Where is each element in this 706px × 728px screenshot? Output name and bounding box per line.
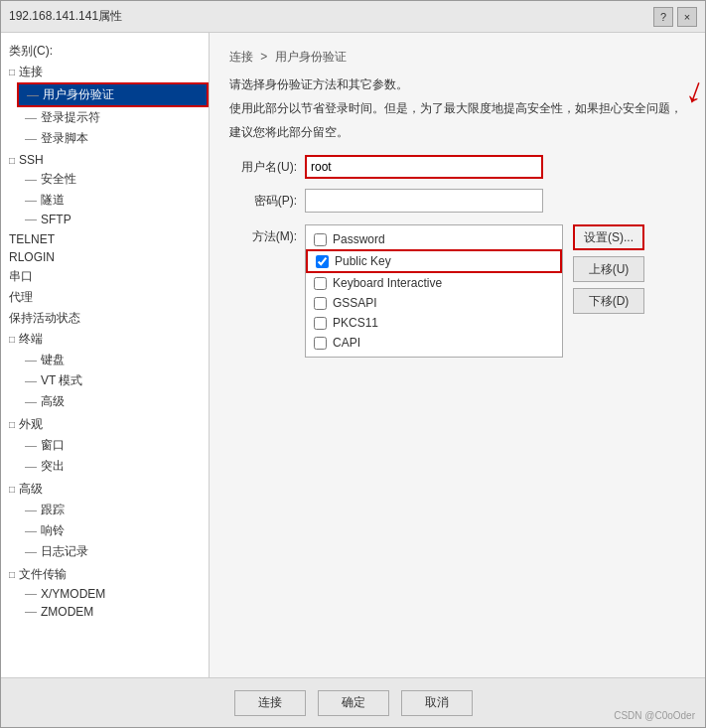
tree-terminal: □ 终端 — 键盘 — VT 模式 — 高级 [1, 329, 209, 412]
telnet-label: TELNET [9, 232, 55, 246]
username-input[interactable] [305, 155, 543, 179]
xymodem-label: X/YMODEM [41, 587, 105, 601]
appearance-children: — 窗口 — 突出 [1, 435, 209, 477]
title-bar: 192.168.141.141属性 ? × [1, 1, 705, 33]
sidebar-item-telnet[interactable]: TELNET [1, 230, 209, 248]
method-pkcs11-label: PKCS11 [333, 316, 378, 330]
sidebar-item-window[interactable]: — 窗口 [17, 435, 209, 456]
bell-label: 响铃 [41, 522, 65, 539]
sidebar-item-keyboard[interactable]: — 键盘 [17, 350, 209, 370]
close-button[interactable]: × [677, 7, 697, 27]
sidebar-item-log[interactable]: — 日志记录 [17, 541, 209, 562]
sidebar-item-ssh[interactable]: □ SSH [1, 151, 209, 169]
password-label: 密码(P): [229, 193, 297, 210]
connect-button[interactable]: 连接 [234, 690, 306, 716]
tree-ssh: □ SSH — 安全性 — 隧道 — SFTP [1, 151, 209, 228]
sidebar-item-login-prompt[interactable]: — 登录提示符 [17, 107, 209, 128]
help-button[interactable]: ? [653, 7, 673, 27]
security-label: 安全性 [41, 171, 76, 188]
sidebar-item-vt-mode[interactable]: — VT 模式 [17, 370, 209, 391]
keyboard-label: 键盘 [41, 352, 65, 368]
title-bar-left: 192.168.141.141属性 [9, 8, 122, 25]
description1: 请选择身份验证方法和其它参数。 [229, 75, 685, 93]
user-auth-label: 用户身份验证 [43, 86, 114, 103]
checkbox-capi[interactable] [314, 337, 327, 350]
file-transfer-children: — X/YMODEM — ZMODEM [1, 585, 209, 621]
method-password-label: Password [333, 232, 385, 246]
description3: 建议您将此部分留空。 [229, 123, 685, 141]
sidebar-item-tunnel[interactable]: — 隧道 [17, 190, 209, 211]
form-section: 用户名(U): 密码(P): 方法(M): Password [229, 155, 685, 358]
sidebar-item-zmodem[interactable]: — ZMODEM [17, 603, 209, 621]
expand-icon: □ [9, 484, 15, 495]
breadcrumb-sep: > [260, 50, 267, 64]
sidebar-item-xymodem[interactable]: — X/YMODEM [17, 585, 209, 603]
checkbox-keyboard-interactive[interactable] [314, 277, 327, 290]
sidebar-item-advanced-section[interactable]: □ 高级 [1, 479, 209, 500]
settings-button[interactable]: 设置(S)... [573, 224, 644, 250]
tree-connection: □ 连接 — 用户身份验证 — 登录提示符 — 登录脚本 [1, 62, 209, 149]
sidebar-item-login-script[interactable]: — 登录脚本 [17, 128, 209, 149]
connection-children: — 用户身份验证 — 登录提示符 — 登录脚本 [1, 82, 209, 149]
sidebar-item-proxy[interactable]: 代理 [1, 287, 209, 308]
method-keyboard-interactive[interactable]: Keyboard Interactive [306, 273, 562, 293]
expand-icon: □ [9, 155, 15, 166]
file-transfer-label: 文件传输 [19, 566, 67, 583]
sidebar-item-bell[interactable]: — 响铃 [17, 520, 209, 541]
method-capi[interactable]: CAPI [306, 333, 562, 353]
checkbox-pkcs11[interactable] [314, 317, 327, 330]
serial-label: 串口 [9, 268, 33, 285]
main-window: 192.168.141.141属性 ? × 类别(C): □ 连接 — 用户身份… [0, 0, 706, 728]
login-script-label: 登录脚本 [41, 130, 88, 147]
sidebar-item-advanced[interactable]: — 高级 [17, 391, 209, 412]
username-label: 用户名(U): [229, 159, 297, 176]
method-password[interactable]: Password [306, 229, 562, 249]
expand-icon: □ [9, 67, 15, 77]
method-public-key[interactable]: Public Key [306, 249, 562, 273]
sidebar-item-rlogin[interactable]: RLOGIN [1, 248, 209, 266]
sidebar-item-sftp[interactable]: — SFTP [17, 211, 209, 228]
sidebar-item-highlight[interactable]: — 突出 [17, 456, 209, 477]
move-up-button[interactable]: 上移(U) [573, 256, 644, 282]
title-actions: ? × [653, 7, 697, 27]
tree-file-transfer: □ 文件传输 — X/YMODEM — ZMODEM [1, 564, 209, 621]
terminal-children: — 键盘 — VT 模式 — 高级 [1, 350, 209, 412]
footer: 连接 确定 取消 [1, 677, 705, 727]
username-row: 用户名(U): [229, 155, 685, 179]
connection-label: 连接 [19, 64, 43, 80]
sidebar-item-security[interactable]: — 安全性 [17, 169, 209, 190]
sidebar-item-appearance[interactable]: □ 外观 [1, 414, 209, 435]
checkbox-public-key[interactable] [316, 255, 329, 268]
description2: 使用此部分以节省登录时间。但是，为了最大限度地提高安全性，如果担心安全问题， [229, 99, 685, 117]
sidebar-item-trace[interactable]: — 跟踪 [17, 500, 209, 520]
advanced-label: 高级 [41, 393, 65, 410]
sidebar-item-user-auth[interactable]: — 用户身份验证 [17, 82, 209, 107]
expand-icon: □ [9, 569, 15, 580]
sftp-label: SFTP [41, 213, 71, 226]
sidebar-item-connection[interactable]: □ 连接 [1, 62, 209, 82]
main-panel: 连接 > 用户身份验证 请选择身份验证方法和其它参数。 使用此部分以节省登录时间… [210, 33, 705, 677]
watermark: CSDN @C0oOder [614, 710, 695, 721]
login-prompt-label: 登录提示符 [41, 109, 100, 126]
sidebar-item-serial[interactable]: 串口 [1, 266, 209, 287]
password-input[interactable] [305, 189, 543, 213]
sidebar-item-file-transfer[interactable]: □ 文件传输 [1, 564, 209, 585]
method-gssapi[interactable]: GSSAPI [306, 293, 562, 313]
ok-button[interactable]: 确定 [318, 690, 389, 716]
sidebar-item-terminal[interactable]: □ 终端 [1, 329, 209, 350]
zmodem-label: ZMODEM [41, 605, 93, 619]
method-list: Password Public Key Keyboard Interactive [305, 224, 563, 358]
checkbox-gssapi[interactable] [314, 297, 327, 310]
move-down-button[interactable]: 下移(D) [573, 288, 644, 314]
sidebar: 类别(C): □ 连接 — 用户身份验证 — 登录提示符 [1, 33, 210, 677]
cancel-button[interactable]: 取消 [401, 690, 473, 716]
rlogin-label: RLOGIN [9, 250, 55, 264]
method-section: 方法(M): Password Public Key [229, 224, 685, 358]
method-capi-label: CAPI [333, 336, 360, 350]
method-public-key-label: Public Key [335, 254, 391, 268]
checkbox-password[interactable] [314, 233, 327, 246]
ssh-label: SSH [19, 153, 44, 167]
method-pkcs11[interactable]: PKCS11 [306, 313, 562, 333]
method-gssapi-label: GSSAPI [333, 296, 377, 310]
sidebar-item-keepalive[interactable]: 保持活动状态 [1, 308, 209, 329]
